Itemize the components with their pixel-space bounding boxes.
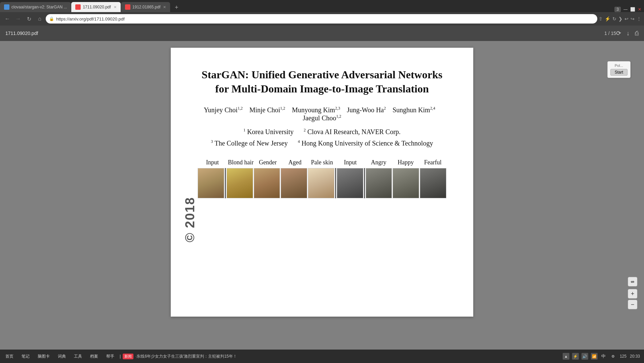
grid-label-angry: Angry: [365, 159, 392, 166]
image-grid-row: [198, 168, 446, 198]
taskbar-archive[interactable]: 档案: [87, 352, 101, 361]
grid-label-happy: Happy: [392, 159, 419, 166]
news-badge[interactable]: 新闻: [123, 354, 133, 359]
tab-close-1912[interactable]: ✕: [163, 5, 166, 9]
affiliation-row1: 1 Korea University 2 Clova AI Research, …: [198, 126, 446, 137]
pdf-print-button[interactable]: ⎙: [635, 30, 639, 37]
grid-label-fearful: Fearful: [419, 159, 446, 166]
taskbar-home[interactable]: 首页: [3, 352, 16, 361]
grid-cell-gender: [254, 168, 280, 198]
address-bar[interactable]: 🔒 https://arxiv.org/pdf/1711.09020.pdf: [46, 14, 597, 24]
affiliation-row2: 3 The College of New Jersey 4 Hong Kong …: [198, 137, 446, 149]
grid-labels: Input Blond hair Gender Aged Pale skin I…: [198, 159, 446, 166]
grid-cell-angry: [366, 168, 392, 198]
news-text: ·东线6年少女力女子生三孩'激烈重宣判：主犯被判15年！: [135, 354, 237, 359]
tab-favicon-1711: [75, 4, 81, 10]
tab-count-badge: 3: [614, 7, 621, 12]
window-minimize[interactable]: —: [623, 7, 628, 12]
battery-icon: ⚡: [605, 16, 610, 22]
menu-icon[interactable]: ⋮: [637, 16, 641, 22]
year-label: © 2018: [183, 197, 197, 242]
forward-button[interactable]: →: [13, 14, 23, 24]
tray-icon-battery: ⚡: [572, 353, 579, 360]
tab-label-1711: 1711.09020.pdf: [83, 5, 111, 9]
popup-widget: Pol... Start: [607, 61, 631, 78]
taskbar: 首页 笔记 脑图卡 词典 工具 档案 帮手 | 新闻 ·东线6年少女力女子生三孩…: [0, 350, 644, 363]
paper-title: StarGAN: Unified Generative Adversarial …: [198, 68, 446, 96]
affiliation-4: Hong Kong University of Science & Techno…: [301, 139, 433, 147]
tab-add-button[interactable]: +: [172, 3, 181, 12]
tray-icon-settings: ⚙: [610, 353, 616, 360]
tab-bar: clovaai/stargan-v2: StarGAN ... 1711.090…: [0, 0, 644, 12]
tab-1912[interactable]: 1912.01865.pdf ✕: [121, 2, 170, 12]
taskbar-notes[interactable]: 笔记: [19, 352, 32, 361]
tray-icon-network: 📶: [591, 353, 598, 360]
paper-title-line2: for Multi-Domain Image-to-Image Translat…: [215, 83, 429, 95]
grid-separator-2: [335, 168, 336, 198]
tray-icon-lang: 中: [600, 353, 607, 360]
redo-icon[interactable]: ↪: [631, 16, 635, 22]
taskbar-left: 首页 笔记 脑图卡 词典 工具 档案 帮手: [0, 352, 117, 361]
grid-cell-input2: [337, 168, 363, 198]
grid-label-blond: Blond hair: [227, 159, 254, 166]
grid-label-input1: Input: [198, 159, 227, 166]
tab-1711[interactable]: 1711.09020.pdf ✕: [71, 2, 120, 12]
zoom-out-button[interactable]: −: [628, 300, 637, 309]
nav-chevron[interactable]: ❯: [618, 16, 622, 22]
tab-right-controls: 3 — ⬜ ✕: [614, 7, 644, 12]
pdf-content-area: Pol... Start © 2018 StarGAN: Unified Gen…: [0, 41, 644, 350]
tab-close-1711[interactable]: ✕: [114, 5, 117, 9]
pdf-toolbar: 1711.09020.pdf 1 / 15 ⟳ ↓ ⎙: [0, 26, 644, 41]
grid-label-pale: Pale skin: [309, 159, 336, 166]
taskbar-dict[interactable]: 词典: [55, 352, 69, 361]
tray-icon-1: ▲: [563, 353, 569, 360]
tab-label-stargan: clovaai/stargan-v2: StarGAN ...: [11, 5, 67, 9]
refresh-button[interactable]: ↻: [24, 14, 34, 24]
grid-separator-3: [364, 168, 365, 198]
window-restore[interactable]: ⬜: [630, 7, 635, 12]
tab-stargan[interactable]: clovaai/stargan-v2: StarGAN ...: [0, 2, 71, 12]
share-icon[interactable]: ⇧: [599, 16, 603, 22]
pdf-filename: 1711.09020.pdf: [5, 31, 604, 36]
pdf-page-info: 1 / 15: [604, 31, 616, 36]
sync-icon[interactable]: ↻: [612, 16, 616, 22]
paper-title-line1: StarGAN: Unified Generative Adversarial …: [202, 69, 442, 81]
popup-label: Pol...: [615, 64, 623, 68]
time-display: 20:33: [630, 354, 640, 359]
home-button[interactable]: ⌂: [35, 14, 44, 24]
ssl-lock-icon: 🔒: [49, 16, 54, 21]
zoom-in-button[interactable]: +: [628, 289, 637, 298]
expand-button[interactable]: ⇎: [628, 277, 637, 286]
nav-right-controls: ⇧ ⚡ ↻ ❯ ↩ ↪ ⋮: [599, 16, 641, 22]
pdf-refresh-button[interactable]: ⟳: [616, 30, 621, 37]
pdf-download-button[interactable]: ↓: [627, 30, 630, 37]
undo-icon[interactable]: ↩: [625, 16, 629, 22]
taskbar-help[interactable]: 帮手: [104, 352, 117, 361]
grid-separator-1: [225, 168, 226, 198]
zoom-controls: ⇎ + −: [628, 277, 637, 309]
grid-cell-fearful: [420, 168, 446, 198]
browser-chrome: clovaai/stargan-v2: StarGAN ... 1711.090…: [0, 0, 644, 26]
affiliation-3: The College of New Jersey: [214, 139, 288, 147]
tab-label-1912: 1912.01865.pdf: [132, 5, 160, 9]
taskbar-news: | 新闻 ·东线6年少女力女子生三孩'激烈重宣判：主犯被判15年！: [117, 354, 563, 359]
tray-icons: ▲ ⚡ 🔊 📶 中 ⚙: [563, 353, 616, 360]
back-button[interactable]: ←: [3, 14, 12, 24]
grid-label-aged: Aged: [281, 159, 309, 166]
grid-label-gender: Gender: [254, 159, 282, 166]
tray-icon-volume: 🔊: [581, 353, 588, 360]
nav-bar: ← → ↻ ⌂ 🔒 https://arxiv.org/pdf/1711.090…: [0, 12, 644, 26]
grid-label-input2: Input: [335, 159, 365, 166]
grid-cell-input1: [198, 168, 224, 198]
pdf-page: © 2018 StarGAN: Unified Generative Adver…: [171, 48, 473, 317]
grid-cell-aged: [281, 168, 307, 198]
window-close[interactable]: ✕: [638, 7, 641, 12]
tab-favicon-stargan: [4, 4, 9, 10]
grid-cell-happy: [393, 168, 419, 198]
taskbar-tools[interactable]: 工具: [71, 352, 85, 361]
affiliation-1: Korea University: [247, 128, 293, 135]
pdf-toolbar-right: ⟳ ↓ ⎙: [616, 30, 639, 37]
popup-start-button[interactable]: Start: [610, 69, 628, 76]
taskbar-zoom: 125: [620, 354, 627, 359]
taskbar-mindmap[interactable]: 脑图卡: [35, 352, 52, 361]
